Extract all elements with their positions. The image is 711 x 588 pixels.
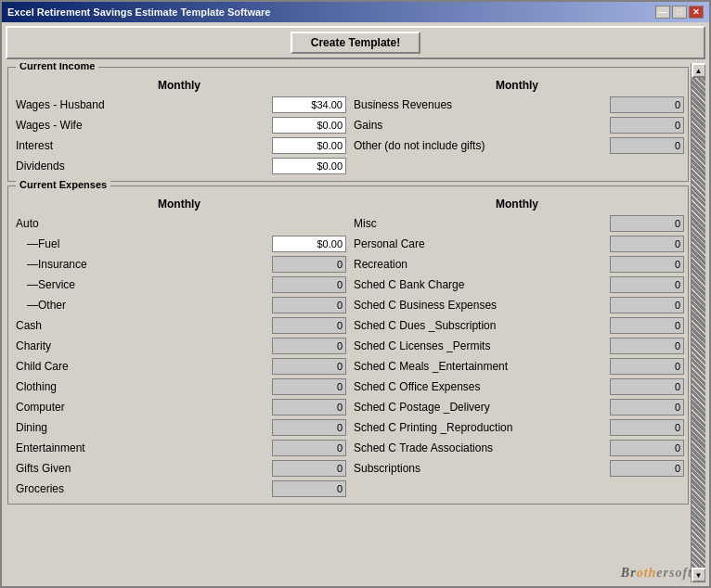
income-right-label-2: Other (do not include gifts) [350,139,610,152]
expense-row-groceries: Groceries [12,479,346,498]
expense-right-input-2[interactable] [610,256,684,273]
expense-row-childcare: Child Care [12,357,346,376]
expense-input-entertainment[interactable] [272,440,346,456]
expense-label-childcare: Child Care [12,360,272,373]
expense-input-insurance[interactable] [272,256,346,273]
income-label-0: Wages - Husband [12,98,272,111]
vertical-scrollbar[interactable]: ▲ ▼ [691,63,705,582]
expense-row-computer: Computer [12,398,346,416]
expense-right-row-12: Subscriptions [350,459,684,478]
expense-right-label-11: Sched C Trade Associations [350,441,610,454]
expense-right-row-5: Sched C Dues _Subscription [350,316,684,335]
expense-right-label-12: Subscriptions [350,462,610,475]
income-row-1: Wages - Wife [12,116,346,134]
income-row-2: Interest [12,136,346,155]
expense-label-charity: Charity [12,339,272,352]
main-window: Excel Retirement Savings Estimate Templa… [0,0,711,588]
expense-input-clothing[interactable] [272,378,346,395]
income-row-3: Dividends [12,157,346,175]
expense-input-fuel[interactable] [272,236,346,252]
expense-right-input-9[interactable] [610,399,684,415]
expense-right-label-2: Recreation [350,258,610,271]
expense-row-other-auto: —Other [12,296,346,314]
expense-right-label-5: Sched C Dues _Subscription [350,319,610,332]
income-right-col: Monthly Business Revenues Gains Other (d… [350,79,684,177]
income-row-0: Wages - Husband [12,96,346,114]
expense-right-label-7: Sched C Meals _Entertainment [350,360,610,373]
expenses-left-col: Monthly Auto —Fuel —Insurance [12,198,346,500]
expense-input-computer[interactable] [272,399,346,415]
expense-row-cash: Cash [12,316,346,335]
expense-right-label-6: Sched C Licenses _Permits [350,339,610,352]
income-input-0[interactable] [272,96,346,113]
close-button[interactable]: ✕ [689,6,704,19]
scroll-up-button[interactable]: ▲ [692,63,706,78]
expense-right-label-4: Sched C Business Expenses [350,299,610,312]
expense-input-cash[interactable] [272,317,346,334]
expense-right-input-8[interactable] [610,378,684,395]
maximize-button[interactable]: □ [672,6,687,19]
title-bar: Excel Retirement Savings Estimate Templa… [2,2,709,22]
expense-right-input-12[interactable] [610,460,684,477]
income-left-col: Monthly Wages - Husband Wages - Wife Int… [12,79,346,177]
expense-row-charity: Charity [12,337,346,355]
expense-right-input-4[interactable] [610,297,684,313]
income-right-label-0: Business Revenues [350,98,610,111]
expense-label-auto: Auto [12,217,346,230]
expense-right-label-8: Sched C Office Expenses [350,380,610,393]
scroll-track[interactable] [692,78,706,568]
expense-right-label-9: Sched C Postage _Delivery [350,401,610,414]
income-input-1[interactable] [272,117,346,134]
income-input-3[interactable] [272,158,346,174]
expense-right-input-7[interactable] [610,358,684,375]
expense-right-label-10: Sched C Printing _Reproduction [350,421,610,434]
expense-label-fuel: —Fuel [12,237,272,250]
income-right-input-0[interactable] [610,96,684,113]
expense-label-gifts: Gifts Given [12,462,272,475]
expense-input-service[interactable] [272,276,346,293]
expense-input-groceries[interactable] [272,480,346,497]
expense-right-input-11[interactable] [610,440,684,456]
create-template-button[interactable]: Create Template! [291,32,420,54]
income-right-row-0: Business Revenues [350,96,684,114]
income-right-input-1[interactable] [610,117,684,134]
window-title: Excel Retirement Savings Estimate Templa… [7,6,270,18]
scrollable-content[interactable]: Current Income Monthly Wages - Husband W… [6,63,691,582]
expenses-section: Current Expenses Monthly Auto —Fuel [7,185,689,505]
expense-input-gifts[interactable] [272,460,346,477]
expense-row-entertainment: Entertainment [12,439,346,457]
title-bar-controls: — □ ✕ [655,6,704,19]
expense-right-label-3: Sched C Bank Charge [350,278,610,291]
expense-right-row-0: Misc [350,214,684,233]
income-right-input-2[interactable] [610,137,684,154]
expense-right-input-0[interactable] [610,215,684,232]
expenses-right-col: Monthly Misc Personal Care Recreation [350,198,684,500]
expense-row-auto: Auto [12,214,346,233]
income-label-2: Interest [12,139,272,152]
expense-right-input-1[interactable] [610,236,684,252]
expense-input-dining[interactable] [272,419,346,436]
expense-input-other-auto[interactable] [272,297,346,313]
expense-right-input-5[interactable] [610,317,684,334]
expense-right-input-3[interactable] [610,276,684,293]
income-input-2[interactable] [272,137,346,154]
expense-input-childcare[interactable] [272,358,346,375]
expense-label-computer: Computer [12,401,272,414]
scroll-area: Current Income Monthly Wages - Husband W… [6,63,705,582]
expense-right-row-3: Sched C Bank Charge [350,275,684,294]
minimize-button[interactable]: — [655,6,670,19]
expense-label-dining: Dining [12,421,272,434]
scroll-down-button[interactable]: ▼ [692,568,706,582]
expense-row-gifts: Gifts Given [12,459,346,478]
watermark: Brothersoft [621,566,692,581]
expense-right-input-6[interactable] [610,338,684,354]
expenses-left-header: Monthly [12,198,346,211]
expense-label-clothing: Clothing [12,380,272,393]
expense-input-charity[interactable] [272,338,346,354]
expense-label-insurance: —Insurance [12,258,272,271]
expense-row-dining: Dining [12,418,346,437]
expense-right-row-8: Sched C Office Expenses [350,377,684,396]
expense-row-fuel: —Fuel [12,235,346,253]
expense-right-input-10[interactable] [610,419,684,436]
expense-label-other-auto: —Other [12,299,272,312]
